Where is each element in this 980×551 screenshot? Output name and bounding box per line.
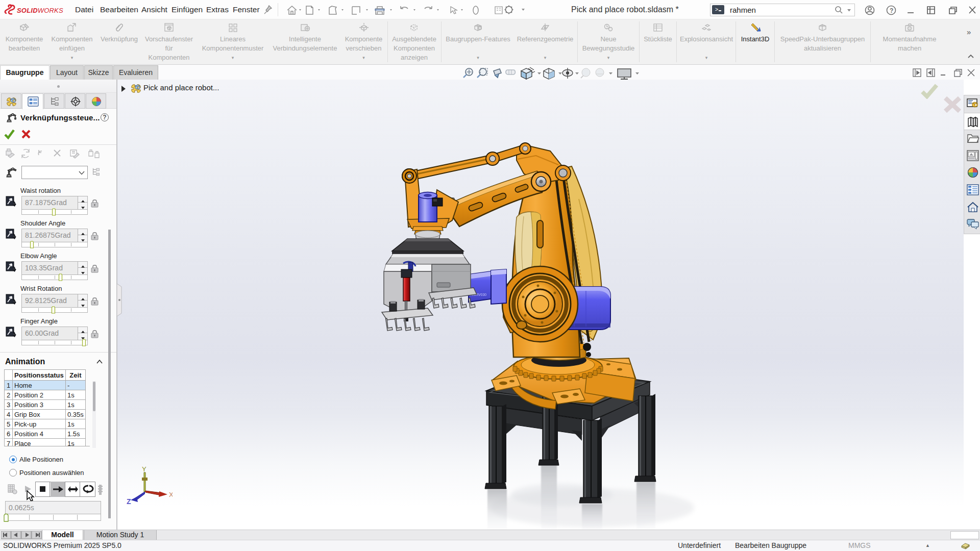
- svg-text:Y: Y: [142, 465, 146, 473]
- svg-text:?: ?: [890, 7, 893, 14]
- svg-text:SOLIDWORKS: SOLIDWORKS: [17, 7, 63, 14]
- svg-text:X: X: [169, 491, 173, 498]
- svg-text:Z: Z: [127, 497, 131, 506]
